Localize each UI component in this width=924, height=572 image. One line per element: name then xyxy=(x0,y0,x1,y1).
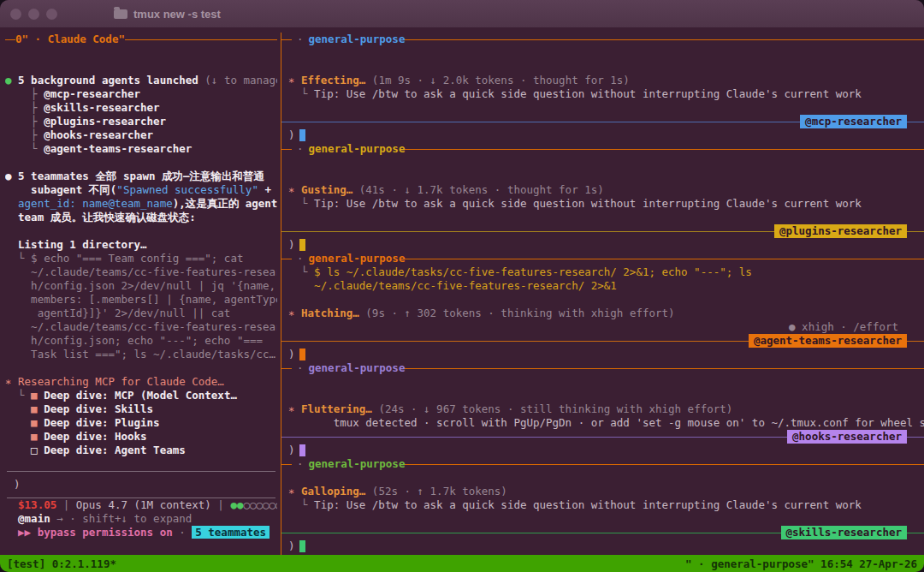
text-cursor xyxy=(299,129,305,141)
effort-indicator: ● xhigh · /effort xyxy=(288,320,924,334)
title-dot: · xyxy=(292,457,309,471)
minimize-button[interactable] xyxy=(28,9,39,20)
pane-title-row: ·general-purpose xyxy=(281,252,924,265)
prompt-character: ) xyxy=(288,128,295,142)
title-dot: · xyxy=(292,361,309,375)
shell-command-line: ~/.claude/teams/cc-five-features-researc xyxy=(5,265,277,279)
teammate-name-tag: @skills-researcher xyxy=(781,526,907,539)
shell-command-line: └ $ echo "=== Team config ==="; cat xyxy=(5,252,277,265)
agent-list-item: ├ @plugins-researcher xyxy=(5,115,277,128)
teammates-note-line: ● 5 teammates 全部 spawn 成功—注意输出和普通 xyxy=(5,170,277,183)
input-border-row: @plugins-researcher xyxy=(281,224,924,238)
input-border-line xyxy=(281,437,787,438)
pane-border-line xyxy=(5,39,15,40)
prompt-character: ) xyxy=(288,238,295,252)
pane-border-line xyxy=(405,259,924,259)
pane-title-text: general-purpose xyxy=(309,142,406,156)
agent-list-item: ├ @hooks-researcher xyxy=(5,128,277,142)
pane-title-row: ·general-purpose xyxy=(281,361,924,375)
agent-status-line: ∗ Hatching… (9s · ↑ 302 tokens · thinkin… xyxy=(288,307,924,320)
close-button[interactable] xyxy=(10,9,21,20)
input-border-line xyxy=(907,341,924,342)
pane-border-line xyxy=(125,39,277,40)
prompt-input[interactable]: ) xyxy=(281,128,924,142)
input-border-line xyxy=(907,231,924,232)
pane-plugins-researcher[interactable]: ·general-purpose ∗ Gusting… (41s · ↓ 1.7… xyxy=(281,142,924,252)
prompt-input[interactable]: ) xyxy=(281,348,924,361)
pane-title-text: general-purpose xyxy=(309,457,406,471)
titlebar: tmux new -s test xyxy=(0,0,924,27)
prompt-character: ) xyxy=(288,444,295,457)
agent-status-line: ∗ Effecting… (1m 9s · ↓ 2.0k tokens · th… xyxy=(288,74,924,87)
input-border-line xyxy=(281,341,749,342)
pane-skills-researcher[interactable]: ·general-purpose ∗ Galloping… (52s · ↑ 1… xyxy=(281,457,924,553)
folder-icon xyxy=(114,9,127,19)
prompt-input[interactable]: ) xyxy=(281,238,924,252)
pane-title-text: general-purpose xyxy=(309,361,406,375)
input-border-line xyxy=(281,533,781,533)
teammate-panes-column: ·general-purpose ∗ Effecting… (1m 9s · ↓… xyxy=(281,33,924,555)
prompt-character: ) xyxy=(288,539,295,553)
prompt-character: ) xyxy=(14,478,21,492)
agent-list-item: ├ @skills-researcher xyxy=(5,101,277,115)
pane-title-clock: " · general-purpose" 16:54 27-Apr-26 xyxy=(685,557,917,570)
title-dot: · xyxy=(292,142,309,156)
text-cursor xyxy=(299,239,305,251)
agent-status-line: ∗ Gusting… (41s · ↓ 1.7k tokens · though… xyxy=(288,183,924,197)
shell-command-line: members: [.members[] | {name, agentType, xyxy=(5,293,277,307)
pane-border-line xyxy=(405,368,924,369)
title-dot: · xyxy=(292,252,309,265)
agents-launched-line: ● 5 background agents launched (↓ to man… xyxy=(5,74,277,87)
prompt-input[interactable]: ) xyxy=(281,444,924,457)
shell-command-line: ~/.claude/teams/cc-five-features-researc xyxy=(5,320,277,334)
pane-hooks-researcher[interactable]: ·general-purpose ∗ Fluttering… (24s · ↓ … xyxy=(281,361,924,457)
input-border-line xyxy=(907,533,924,533)
teammate-name-tag: @plugins-researcher xyxy=(774,224,907,238)
window-title-group: tmux new -s test xyxy=(114,8,221,21)
pane-title-row: ·general-purpose xyxy=(281,142,924,156)
listing-title: Listing 1 directory… xyxy=(5,238,277,252)
prompt-input[interactable]: ) xyxy=(7,471,275,498)
todo-item: ■ Deep dive: Skills xyxy=(5,402,277,416)
pane-border-line xyxy=(281,259,292,259)
maximize-button[interactable] xyxy=(46,9,57,20)
cost-model-status-line: $13.05 | Opus 4.7 (1M context) | ●●○○○○○… xyxy=(5,498,277,512)
todo-item: ■ Deep dive: Plugins xyxy=(5,416,277,430)
input-border-line xyxy=(907,122,924,122)
pane-title-text: general-purpose xyxy=(309,33,406,46)
pane-title-claude-code: 0" · Claude Code" xyxy=(5,33,277,46)
input-border-line xyxy=(907,437,924,438)
pane-mcp-researcher[interactable]: ·general-purpose ∗ Effecting… (1m 9s · ↓… xyxy=(281,33,924,142)
input-border-row: @hooks-researcher xyxy=(281,430,924,444)
input-border-row: @skills-researcher xyxy=(281,526,924,539)
teammates-note-line: team 成员。让我快速确认磁盘状态: xyxy=(5,211,277,224)
input-border-line xyxy=(281,122,800,122)
terminal-window: tmux new -s test 0" · Claude Code" ● 5 b… xyxy=(0,0,924,572)
shell-command-line: Task list ==="; ls ~/.claude/tasks/cc… xyxy=(5,348,277,361)
pane-title-text: general-purpose xyxy=(309,252,406,265)
tmux-scroll-hint-line: tmux detected · scroll with PgUp/PgDn · … xyxy=(288,416,924,430)
shell-command-line: └ $ ls ~/.claude/tasks/cc-five-features-… xyxy=(288,265,924,279)
tip-line: └ Tip: Use /btw to ask a quick side ques… xyxy=(288,498,924,512)
text-cursor xyxy=(299,540,305,552)
agent-list-item: ├ @mcp-researcher xyxy=(5,87,277,101)
tip-line: └ Tip: Use /btw to ask a quick side ques… xyxy=(288,197,924,211)
pane-index: 0 xyxy=(15,33,22,46)
prompt-input[interactable]: ) xyxy=(281,539,924,553)
teammates-note-line: agent_id: name@team_name),这是真正的 agent xyxy=(5,197,277,211)
title-dot: · xyxy=(292,33,309,46)
pane-title-row: ·general-purpose xyxy=(281,33,924,46)
teammates-note-line: subagent 不同("Spawned successfully" + xyxy=(5,183,277,197)
pane-agent-teams-researcher[interactable]: ·general-purpose └ $ ls ~/.claude/tasks/… xyxy=(281,252,924,361)
pane-title-row: ·general-purpose xyxy=(281,457,924,471)
text-cursor xyxy=(299,349,305,360)
shell-command-line: ~/.claude/teams/cc-five-features-researc… xyxy=(288,279,924,293)
pane-border-line xyxy=(405,149,924,150)
pane-border-line xyxy=(281,464,292,465)
text-cursor xyxy=(299,444,305,456)
tmux-session: 0" · Claude Code" ● 5 background agents … xyxy=(0,27,924,555)
pane-claude-code[interactable]: 0" · Claude Code" ● 5 background agents … xyxy=(0,33,281,555)
todo-item: □ Deep dive: Agent Teams xyxy=(5,444,277,457)
agent-status-line: ∗ Fluttering… (24s · ↓ 967 tokens · stil… xyxy=(288,402,924,416)
shell-command-line: h/config.json 2>/dev/null | jq '{name, xyxy=(5,279,277,293)
